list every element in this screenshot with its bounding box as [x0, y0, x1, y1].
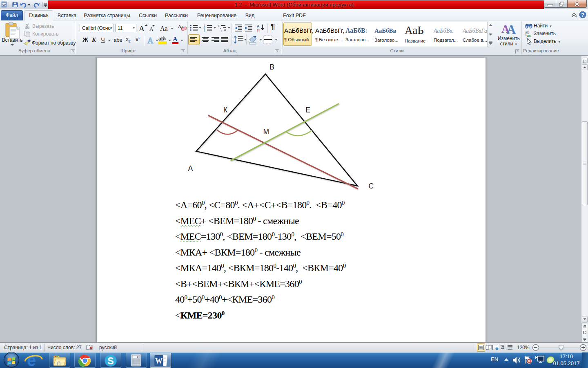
svg-text:W: W	[2, 3, 6, 7]
svg-text:A: A	[147, 36, 154, 45]
svg-text:А: А	[507, 22, 516, 34]
svg-text:3: 3	[204, 29, 205, 31]
svg-text:B: B	[270, 63, 274, 71]
svg-text:A: A	[139, 24, 145, 33]
svg-text:ac: ac	[527, 34, 531, 37]
svg-text:A: A	[149, 26, 154, 32]
svg-text:Я: Я	[257, 28, 260, 32]
svg-text:К: К	[223, 106, 228, 114]
svg-text:A: A	[173, 36, 178, 43]
svg-text:W: W	[155, 357, 163, 365]
svg-text:A: A	[188, 164, 193, 173]
svg-text:S: S	[107, 356, 114, 366]
svg-text:e: e	[27, 352, 36, 368]
svg-text:E: E	[305, 106, 310, 114]
svg-text:C: C	[368, 182, 374, 190]
svg-text:M: M	[263, 128, 270, 136]
svg-text:i: i	[221, 29, 222, 31]
svg-text:?: ?	[581, 12, 584, 18]
svg-text:Aa: Aa	[160, 25, 168, 32]
